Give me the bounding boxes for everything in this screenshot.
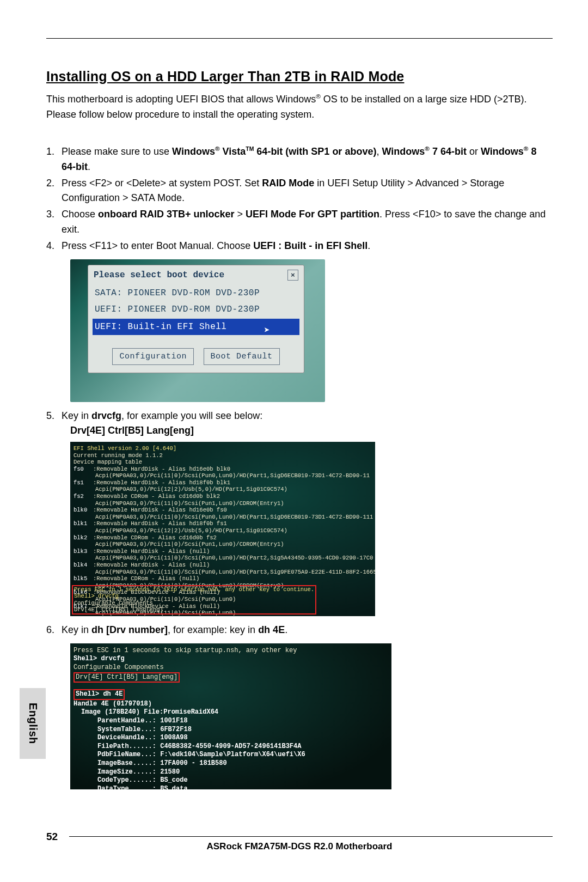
step-6: Key in dh [Drv number], for example: key… <box>46 623 553 638</box>
boot-option-uefi-shell[interactable]: UEFI: Built-in EFI Shell ➤ <box>93 319 299 335</box>
configuration-button[interactable]: Configuration <box>112 348 194 365</box>
efi-shell-dh-screenshot: Press ESC in 1 seconds to skip startup.n… <box>70 643 553 789</box>
boot-popup-title: Please select boot device × <box>94 270 298 281</box>
step-3: Choose onboard RAID 3TB+ unlocker > UEFI… <box>46 207 553 238</box>
section-heading: Installing OS on a HDD Larger Than 2TB i… <box>46 69 553 84</box>
efi-shell-drvcfg-screenshot: EFI Shell version 2.00 [4.640] Current r… <box>70 442 553 616</box>
boot-default-button[interactable]: Boot Default <box>204 348 280 365</box>
boot-device-screenshot: Please select boot device × SATA: PIONEE… <box>70 259 553 402</box>
close-icon[interactable]: × <box>287 270 298 281</box>
boot-option-uefi-dvd[interactable]: UEFI: PIONEER DVD-ROM DVD-230P <box>94 301 298 318</box>
highlighted-drv-line: Drv[4E] Ctrl[B5] Lang[eng] <box>74 672 180 683</box>
highlighted-drvcfg-box: Press ESC in 1 seconds to skip startup.n… <box>72 585 316 615</box>
page-number: 52 <box>46 831 58 843</box>
language-tab: English <box>20 688 46 759</box>
footer-product-name: ASRock FM2A75M-DGS R2.0 Motherboard <box>46 841 553 852</box>
step-4: Press <F11> to enter Boot Manual. Choose… <box>46 239 553 254</box>
intro-paragraph: This motherboard is adopting UEFI BIOS t… <box>46 92 553 123</box>
drvcfg-output-line: Drv[4E] Ctrl[B5] Lang[eng] <box>70 425 553 436</box>
footer-rule <box>69 836 553 837</box>
top-rule <box>46 38 553 39</box>
cursor-icon: ➤ <box>264 324 270 336</box>
boot-option-sata[interactable]: SATA: PIONEER DVD-ROM DVD-230P <box>94 285 298 301</box>
step-2: Press <F2> or <Delete> at system POST. S… <box>46 176 553 206</box>
step-5: Key in drvcfg, for example you will see … <box>46 409 553 424</box>
highlighted-dh-command: Shell> dh 4E <box>74 689 125 700</box>
step-1: Please make sure to use Windows® VistaTM… <box>46 144 553 175</box>
